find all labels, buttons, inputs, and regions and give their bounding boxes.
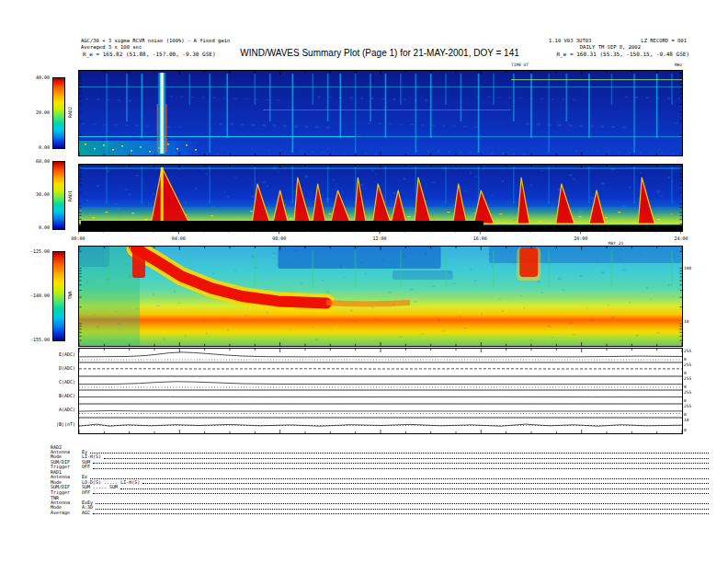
housekeeping-strips — [78, 348, 683, 434]
rad2-cb-max: 40.00 — [22, 75, 50, 80]
status-row-value: OFF — [82, 490, 90, 495]
dotted-leader — [93, 513, 709, 514]
dotted-leader — [104, 458, 709, 459]
page-title: WIND/WAVES Summary Plot (Page 1) for 21-… — [78, 48, 681, 58]
strip-scale-top-5: 10 — [684, 418, 688, 422]
time-tick-label-2: 08:00 — [267, 236, 292, 241]
strip-scale-top-2: 255 — [684, 376, 691, 381]
mhz-unit-label: MHz — [675, 63, 682, 67]
time-tick-label-3: 12:00 — [367, 236, 392, 241]
dotted-leader — [93, 493, 709, 494]
status-row: AverageAGC — [51, 511, 709, 515]
strip-scale-bottom-0: 0 — [684, 357, 687, 362]
status-row-value: AGC — [82, 511, 90, 515]
dotted-leader — [120, 488, 709, 489]
rad2-colorbar — [52, 77, 65, 149]
status-row: TriggerOFF — [51, 490, 709, 495]
instrument-status-block: RAD2AntennaEyModeLI-H(S)SUM/DIFSUMTrigge… — [51, 444, 709, 515]
dotted-leader — [142, 483, 709, 484]
tnr-spectrogram — [78, 246, 683, 347]
rad1-cb-mid: 30.00 — [22, 191, 50, 197]
status-row-value: OFF — [82, 465, 90, 469]
rad1-cb-min: 0.00 — [22, 224, 50, 230]
time-tick-label-5: 20:00 — [568, 236, 594, 241]
waves-summary-page: AGC/30 + 3 sigma RCVR noise (100%) - A f… — [0, 0, 728, 563]
dotted-leader — [93, 468, 709, 469]
rad2-spectrogram — [78, 70, 683, 156]
tnr-colorbar — [52, 251, 65, 341]
strip-scale-bottom-1: 0 — [684, 371, 687, 375]
rad2-cb-min: 0.00 — [22, 144, 50, 150]
strip-scale-top-3: 255 — [684, 390, 691, 395]
strip-label-4: A(ADC) — [37, 407, 75, 412]
status-row-label: Average — [51, 511, 82, 515]
rad1-colorbar — [52, 161, 65, 230]
strip-scale-top-4: 255 — [684, 404, 691, 408]
rad2-panel-label: RAD2 — [67, 98, 73, 126]
rad1-cb-max: 60.00 — [22, 158, 50, 164]
tnr-right-tick-10: 10 — [684, 319, 688, 324]
processing-note-line1: AGC/30 + 3 sigma RCVR noise (100%) - A f… — [81, 38, 230, 43]
tnr-cb-min: -155.00 — [22, 337, 50, 342]
version-note: 1.10 V03 3UT03 — [549, 38, 591, 43]
tnr-panel-label: TNR — [67, 282, 73, 309]
strip-label-3: B(ADC) — [37, 393, 75, 398]
strip-scale-bottom-2: 0 — [684, 385, 687, 389]
rad2-cb-mid: 20.00 — [22, 109, 50, 115]
strip-label-0: E(ADC) — [37, 351, 75, 357]
strip-scale-bottom-4: 0 — [684, 412, 687, 417]
status-row: TriggerOFF — [51, 465, 709, 469]
dotted-leader — [96, 503, 709, 504]
lz-record-note: LZ RECORD = 801 — [641, 38, 687, 43]
rad1-spectrogram — [78, 164, 683, 232]
time-axis-label: TIME UT — [511, 63, 529, 67]
strip-label-5: |B|(nT) — [37, 421, 75, 427]
dotted-leader — [93, 463, 709, 464]
time-tick-label-6: 24:00 — [668, 236, 694, 241]
time-tick-label-0: 00:00 — [65, 236, 91, 241]
dotted-leader — [90, 453, 709, 454]
strip-scale-bottom-5: 0 — [684, 428, 687, 432]
strip-scale-top-1: 255 — [684, 362, 691, 367]
strip-scale-bottom-3: 0 — [684, 398, 687, 403]
tnr-cb-max: -125.00 — [22, 248, 50, 254]
tnr-right-tick-100: 100 — [684, 266, 691, 270]
time-tick-label-1: 04:00 — [165, 236, 191, 241]
date-sublabel: MAY 21 — [597, 241, 634, 246]
strip-label-2: C(ADC) — [37, 379, 75, 385]
tnr-cb-mid: -140.00 — [22, 293, 50, 298]
rad1-panel-label: RAD1 — [67, 182, 73, 210]
dotted-leader — [96, 509, 709, 510]
strip-label-1: D(ADC) — [37, 365, 75, 371]
time-tick-label-4: 16:00 — [467, 236, 493, 241]
strip-scale-top-0: 255 — [684, 349, 691, 353]
dotted-leader — [90, 478, 709, 479]
